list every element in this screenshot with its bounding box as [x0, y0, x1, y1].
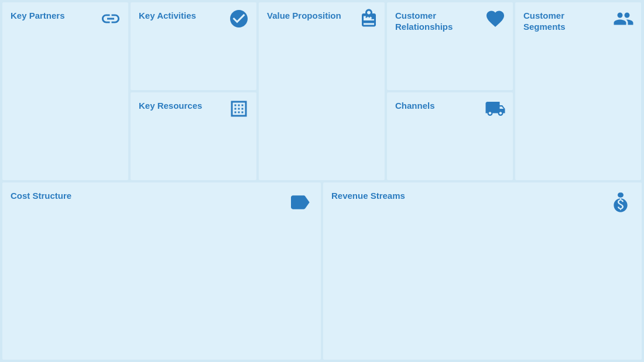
business-model-canvas: Key Partners Key Activities Key Resource…: [0, 0, 644, 362]
link-icon: [100, 8, 121, 29]
check-circle-icon: [228, 8, 249, 29]
value-proposition-title: Value Proposition: [267, 11, 349, 22]
value-proposition-cell[interactable]: Value Proposition: [259, 2, 385, 180]
tag-icon: [288, 191, 311, 214]
gift-icon: [357, 8, 378, 29]
heart-icon: [485, 8, 506, 29]
top-section: Key Partners Key Activities Key Resource…: [2, 2, 642, 180]
cost-structure-title: Cost Structure: [11, 191, 237, 202]
channels-cell[interactable]: Channels: [387, 92, 513, 180]
channels-title: Channels: [395, 101, 477, 112]
key-partners-cell[interactable]: Key Partners: [2, 2, 128, 180]
factory-icon: [228, 98, 249, 119]
bottom-section: Cost Structure Revenue Streams: [2, 182, 642, 360]
revenue-streams-title: Revenue Streams: [331, 191, 558, 202]
truck-icon: [485, 98, 506, 119]
revenue-streams-cell[interactable]: Revenue Streams: [323, 182, 642, 360]
key-resources-title: Key Resources: [139, 101, 221, 112]
key-resources-cell[interactable]: Key Resources: [131, 92, 256, 180]
key-activities-stack: Key Activities Key Resources: [131, 2, 256, 180]
customer-segments-title: Customer Segments: [523, 11, 605, 33]
money-bag-icon: [609, 191, 632, 214]
customer-segments-cell[interactable]: Customer Segments: [515, 2, 641, 180]
customer-stack: Customer Relationships Channels: [387, 2, 513, 180]
cost-structure-cell[interactable]: Cost Structure: [2, 182, 321, 360]
key-partners-title: Key Partners: [11, 11, 93, 22]
people-icon: [613, 8, 634, 29]
key-activities-cell[interactable]: Key Activities: [131, 2, 256, 90]
key-activities-title: Key Activities: [139, 11, 221, 22]
customer-relationships-title: Customer Relationships: [395, 11, 477, 33]
customer-relationships-cell[interactable]: Customer Relationships: [387, 2, 513, 90]
